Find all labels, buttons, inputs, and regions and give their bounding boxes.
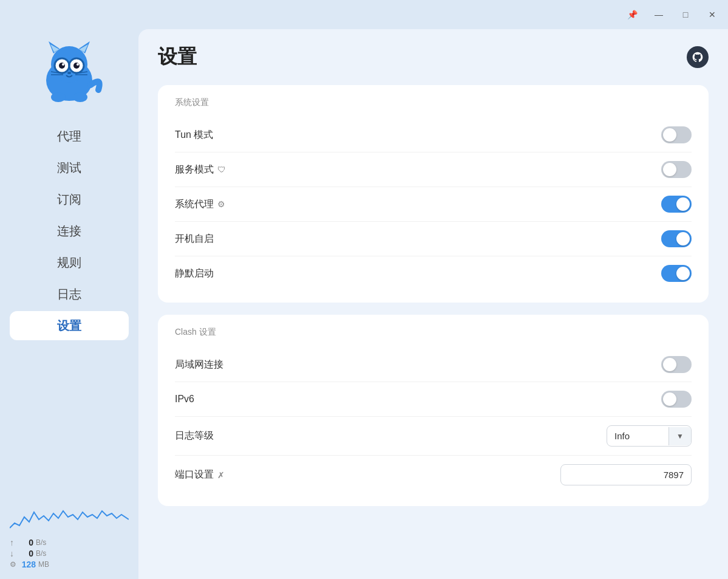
sidebar-item-connections[interactable]: 连接 — [10, 216, 129, 245]
upload-unit: B/s — [36, 538, 46, 547]
autostart-label: 开机自启 — [175, 233, 214, 245]
maximize-button[interactable]: □ — [677, 6, 694, 23]
system-proxy-icon: ⚙ — [217, 199, 225, 209]
memory-unit: MB — [38, 560, 49, 569]
sidebar-item-rules[interactable]: 规则 — [10, 248, 129, 277]
service-mode-row: 服务模式 🛡 — [175, 152, 692, 187]
silent-start-row: 静默启动 — [175, 256, 692, 290]
lan-connect-toggle-thumb — [663, 358, 676, 371]
page-header: 设置 — [158, 44, 709, 70]
sidebar-item-proxy[interactable]: 代理 — [10, 122, 129, 151]
titlebar: 📌 — □ ✕ — [0, 0, 728, 29]
log-level-value: Info — [607, 426, 668, 446]
system-proxy-label: 系统代理 ⚙ — [175, 198, 225, 211]
upload-value: 0 — [16, 538, 33, 547]
log-level-dropdown-arrow[interactable]: ▼ — [668, 427, 691, 445]
sidebar-item-test[interactable]: 测试 — [10, 153, 129, 182]
sidebar-item-logs[interactable]: 日志 — [10, 279, 129, 309]
ipv6-toggle-thumb — [663, 392, 676, 406]
lan-connect-label: 局域网连接 — [175, 358, 223, 371]
memory-value: 128 — [19, 560, 36, 569]
svg-point-18 — [51, 92, 66, 102]
svg-point-19 — [73, 92, 87, 102]
autostart-toggle[interactable] — [661, 230, 692, 247]
port-settings-icon: ✗ — [217, 470, 225, 480]
ipv6-label: IPv6 — [175, 394, 194, 405]
app-body: 代理 测试 订阅 连接 规则 日志 设置 — [0, 29, 728, 579]
lan-connect-row: 局域网连接 — [175, 348, 692, 382]
autostart-toggle-thumb — [676, 232, 690, 245]
port-settings-input[interactable] — [560, 464, 692, 485]
github-button[interactable] — [687, 46, 709, 68]
sidebar-item-settings[interactable]: 设置 — [10, 311, 129, 340]
svg-point-11 — [62, 63, 64, 66]
silent-start-toggle[interactable] — [661, 265, 692, 282]
port-settings-row: 端口设置 ✗ — [175, 456, 692, 494]
download-arrow-icon: ↓ — [10, 549, 14, 558]
svg-point-9 — [59, 63, 65, 69]
service-mode-label: 服务模式 🛡 — [175, 163, 226, 176]
main-content: 设置 系统设置 Tun 模式 服务模式 🛡 — [138, 29, 728, 579]
svg-point-12 — [77, 63, 79, 66]
download-value: 0 — [16, 549, 33, 558]
network-stats: ↑ 0 B/s ↓ 0 B/s ⚙ 128 MB — [0, 499, 138, 569]
memory-stat: ⚙ 128 MB — [10, 560, 129, 569]
minimize-button[interactable]: — — [650, 6, 667, 23]
download-unit: B/s — [36, 549, 46, 558]
clash-settings-card: Clash 设置 局域网连接 IPv6 日志等级 Info — [158, 315, 709, 506]
network-graph — [10, 499, 129, 533]
cpu-icon: ⚙ — [10, 560, 16, 569]
svg-point-10 — [73, 63, 80, 69]
page-title: 设置 — [158, 44, 197, 70]
nav-items: 代理 测试 订阅 连接 规则 日志 设置 — [0, 122, 138, 340]
autostart-row: 开机自启 — [175, 222, 692, 256]
download-stat: ↓ 0 B/s — [10, 549, 129, 558]
sidebar-item-subscribe[interactable]: 订阅 — [10, 185, 129, 214]
port-settings-label: 端口设置 ✗ — [175, 468, 225, 481]
tun-mode-toggle-thumb — [663, 128, 676, 142]
ipv6-toggle[interactable] — [661, 391, 692, 408]
svg-point-13 — [67, 72, 71, 74]
system-proxy-row: 系统代理 ⚙ — [175, 187, 692, 222]
upload-arrow-icon: ↑ — [10, 538, 14, 547]
clash-settings-title: Clash 设置 — [175, 327, 692, 338]
github-icon — [692, 51, 704, 63]
system-proxy-toggle-thumb — [676, 197, 690, 211]
silent-start-label: 静默启动 — [175, 267, 214, 280]
sidebar: 代理 测试 订阅 连接 规则 日志 设置 — [0, 29, 138, 579]
lan-connect-toggle[interactable] — [661, 356, 692, 373]
system-settings-card: 系统设置 Tun 模式 服务模式 🛡 — [158, 85, 709, 303]
tun-mode-label: Tun 模式 — [175, 129, 213, 142]
tun-mode-toggle[interactable] — [661, 126, 692, 143]
close-button[interactable]: ✕ — [704, 6, 721, 23]
ipv6-row: IPv6 — [175, 382, 692, 417]
system-proxy-toggle[interactable] — [661, 196, 692, 213]
log-level-label: 日志等级 — [175, 430, 214, 442]
service-mode-toggle-thumb — [663, 163, 676, 176]
service-mode-toggle[interactable] — [661, 161, 692, 178]
pin-button[interactable]: 📌 — [624, 6, 641, 23]
log-level-row: 日志等级 Info ▼ — [175, 417, 692, 456]
system-settings-title: 系统设置 — [175, 97, 692, 108]
app-logo — [30, 34, 108, 112]
silent-start-toggle-thumb — [676, 267, 690, 280]
tun-mode-row: Tun 模式 — [175, 118, 692, 152]
service-mode-icon: 🛡 — [217, 165, 226, 174]
upload-stat: ↑ 0 B/s — [10, 538, 129, 547]
log-level-select[interactable]: Info ▼ — [607, 425, 692, 447]
